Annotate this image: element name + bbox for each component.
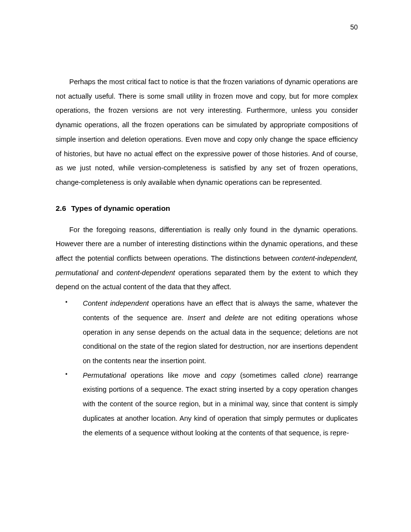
italic-text: clone [304, 371, 320, 379]
text: ) rearrange existing portions of a seque… [83, 371, 358, 437]
page-number: 50 [350, 20, 358, 34]
paragraph-1: Perhaps the most critical fact to notice… [56, 75, 358, 190]
italic-text: Content independent [83, 299, 149, 307]
paragraph-2: For the foregoing reasons, differentiati… [56, 223, 358, 295]
text: and [98, 269, 117, 277]
italic-text: delete [225, 314, 244, 322]
section-title: Types of dynamic operation [71, 204, 170, 212]
italic-text: move [183, 371, 200, 379]
page-content: Perhaps the most critical fact to notice… [56, 75, 358, 440]
italic-text: Permutational [83, 371, 126, 379]
page: 50 Perhaps the most critical fact to not… [0, 0, 411, 440]
section-number: 2.6 [56, 204, 66, 212]
text: and [200, 371, 221, 379]
text: (sometimes called [236, 371, 304, 379]
italic-text: Insert [187, 314, 205, 322]
list-item: Content independent operations have an e… [56, 296, 358, 369]
section-heading: 2.6 Types of dynamic operation [56, 201, 358, 216]
italic-text: content-dependent [117, 269, 175, 277]
italic-text: copy [221, 371, 236, 379]
bullet-list: Content independent operations have an e… [56, 296, 358, 440]
list-item: Permutational operations like move and c… [56, 369, 358, 441]
text: operations like [126, 371, 183, 379]
text: and [205, 314, 225, 322]
